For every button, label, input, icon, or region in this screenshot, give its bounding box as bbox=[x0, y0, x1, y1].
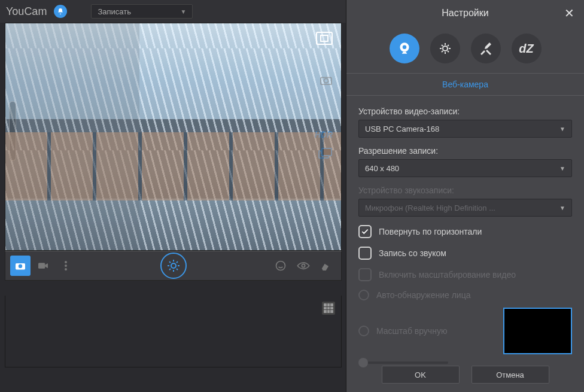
cancel-button[interactable]: Отмена bbox=[472, 366, 549, 384]
zoom-preview-thumbnail bbox=[503, 308, 572, 354]
flip-horizontal-label: Повернуть по горизонтали bbox=[379, 227, 482, 236]
svg-point-5 bbox=[19, 265, 22, 268]
svg-point-7 bbox=[65, 261, 67, 263]
resolution-select[interactable]: 640 x 480 ▼ bbox=[358, 159, 572, 177]
settings-header: Настройки ✕ bbox=[346, 0, 584, 26]
capture-toolbar bbox=[5, 251, 342, 281]
photo-mode-button[interactable] bbox=[10, 256, 31, 276]
svg-point-1 bbox=[324, 78, 328, 83]
svg-point-12 bbox=[302, 264, 305, 267]
chevron-down-icon: ▼ bbox=[559, 126, 565, 132]
video-device-label: Устройство видео-записи: bbox=[358, 107, 572, 116]
record-mode-dropdown[interactable]: Записать ▼ bbox=[91, 4, 193, 19]
chevron-down-icon: ▼ bbox=[559, 165, 565, 172]
record-mode-label: Записать bbox=[98, 7, 131, 16]
gallery-strip bbox=[5, 296, 342, 367]
notification-bell-icon[interactable] bbox=[54, 5, 67, 18]
svg-point-14 bbox=[402, 45, 406, 50]
auto-face-row: Авто-обнаружение лица bbox=[358, 290, 572, 300]
main-area: HDR bbox=[5, 23, 342, 296]
auto-face-radio bbox=[358, 290, 369, 300]
video-device-select[interactable]: USB PC Camera-168 ▼ bbox=[358, 120, 572, 138]
effect-eye-button[interactable] bbox=[293, 256, 314, 276]
enable-zoom-label: Включить масштабирование видео bbox=[379, 270, 516, 279]
zoom-scale-slider bbox=[358, 361, 448, 364]
svg-point-15 bbox=[443, 46, 448, 51]
video-device-value: USB PC Camera-168 bbox=[365, 124, 439, 133]
resolution-value: 640 x 480 bbox=[365, 164, 399, 173]
settings-body: Устройство видео-записи: USB PC Camera-1… bbox=[346, 96, 584, 375]
settings-title: Настройки bbox=[442, 8, 488, 19]
dialog-buttons: OK Отмена bbox=[346, 366, 584, 384]
camera-preview[interactable]: HDR bbox=[5, 23, 342, 251]
gallery-overlay-icon[interactable] bbox=[318, 148, 333, 160]
camera-overlay-icon[interactable] bbox=[320, 75, 333, 86]
audio-device-select: Микрофон (Realtek High Definition ... ▼ bbox=[358, 199, 572, 217]
svg-rect-2 bbox=[319, 151, 328, 158]
manual-zoom-row: Масштаб вручную bbox=[358, 308, 572, 354]
record-audio-row[interactable]: Запись со звуком bbox=[358, 247, 572, 260]
tab-dz-icon[interactable]: dZ bbox=[512, 34, 542, 63]
svg-point-10 bbox=[171, 263, 176, 268]
ok-button[interactable]: OK bbox=[382, 366, 460, 384]
svg-point-8 bbox=[65, 265, 67, 267]
fullscreen-icon[interactable] bbox=[316, 32, 333, 45]
chevron-down-icon: ▼ bbox=[559, 205, 565, 211]
app-title: YouCam bbox=[6, 5, 47, 18]
svg-point-11 bbox=[276, 262, 285, 271]
record-audio-checkbox[interactable] bbox=[358, 247, 372, 260]
manual-zoom-radio bbox=[358, 326, 369, 336]
enable-zoom-checkbox bbox=[358, 268, 372, 281]
tab-capture-icon[interactable] bbox=[430, 34, 460, 63]
capture-button[interactable] bbox=[160, 253, 187, 279]
effect-erase-button[interactable] bbox=[316, 256, 336, 276]
audio-device-label: Устройство звукозаписи: bbox=[358, 186, 572, 195]
active-tab-label: Веб-камера bbox=[442, 80, 488, 89]
settings-panel: Настройки ✕ dZ Веб-камера Устройство вид… bbox=[346, 0, 584, 392]
active-tab-label-row: Веб-камера bbox=[346, 73, 584, 96]
enable-zoom-row: Включить масштабирование видео bbox=[358, 268, 572, 281]
hdr-badge[interactable]: HDR bbox=[315, 130, 333, 139]
zoom-slider[interactable] bbox=[9, 101, 16, 161]
chevron-down-icon: ▼ bbox=[180, 8, 186, 15]
record-audio-label: Запись со звуком bbox=[379, 248, 446, 258]
tab-tools-icon[interactable] bbox=[471, 34, 501, 63]
auto-face-label: Авто-обнаружение лица bbox=[376, 290, 470, 300]
tab-webcam-icon[interactable] bbox=[390, 34, 419, 63]
settings-tabs: dZ bbox=[346, 26, 584, 73]
grid-view-icon[interactable] bbox=[322, 302, 335, 315]
effect-face-button[interactable] bbox=[270, 256, 291, 276]
zoom-slider-row bbox=[358, 361, 572, 364]
close-icon[interactable]: ✕ bbox=[564, 6, 574, 20]
svg-rect-6 bbox=[38, 263, 45, 269]
flip-horizontal-checkbox[interactable] bbox=[358, 225, 372, 238]
resolution-label: Разрешение записи: bbox=[358, 146, 572, 156]
manual-zoom-label: Масштаб вручную bbox=[376, 326, 447, 336]
video-mode-button[interactable] bbox=[33, 256, 53, 276]
flip-horizontal-row[interactable]: Повернуть по горизонтали bbox=[358, 225, 572, 238]
audio-device-value: Микрофон (Realtek High Definition ... bbox=[365, 203, 495, 212]
more-options-button[interactable] bbox=[56, 256, 76, 276]
svg-point-9 bbox=[65, 268, 67, 271]
svg-rect-3 bbox=[322, 148, 331, 156]
